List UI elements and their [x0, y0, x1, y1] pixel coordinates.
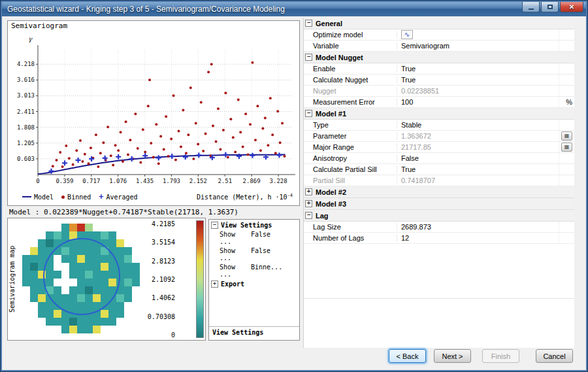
- property-value[interactable]: True: [397, 165, 559, 173]
- property-row-variable[interactable]: VariableSemivariogram: [304, 41, 574, 52]
- svg-text:1.205: 1.205: [17, 140, 35, 146]
- property-row-extra: [559, 120, 574, 130]
- property-row-calculate-partial-sill[interactable]: Calculate Partial SillTrue: [304, 164, 574, 175]
- heatmap-cell: [46, 231, 54, 239]
- expand-icon[interactable]: +: [211, 280, 218, 288]
- property-value[interactable]: True: [397, 76, 559, 84]
- setting-value[interactable]: False: [248, 231, 297, 245]
- expand-icon[interactable]: +: [305, 188, 312, 195]
- optimize-model-icon[interactable]: ∿: [401, 30, 413, 39]
- heatmap-cell: [116, 302, 124, 310]
- heatmap-cell: [77, 224, 85, 231]
- property-grid-divider: [304, 298, 574, 299]
- tree-group-export[interactable]: +Export: [209, 279, 299, 288]
- setting-value[interactable]: Binne...: [248, 263, 297, 278]
- close-button[interactable]: ✕: [560, 2, 583, 12]
- heatmap-cell: [38, 231, 46, 239]
- heatmap-cell: [54, 231, 61, 239]
- collapse-icon[interactable]: −: [305, 20, 312, 27]
- collapse-icon[interactable]: −: [305, 212, 312, 219]
- heatmap-cell: [101, 231, 108, 239]
- property-row-calculate-nugget[interactable]: Calculate NuggetTrue: [304, 75, 574, 86]
- collapse-icon[interactable]: −: [305, 110, 312, 117]
- titlebar[interactable]: Geostatistical wizard - Kriging step 3 o…: [2, 2, 586, 16]
- legend-binned-icon: [61, 195, 65, 199]
- property-value[interactable]: 1.363672: [397, 132, 559, 140]
- section-model-nugget[interactable]: −Model Nugget: [304, 52, 574, 63]
- property-row-extra: [559, 29, 574, 40]
- property-value[interactable]: ∿: [397, 30, 559, 39]
- property-row-number-of-lags[interactable]: Number of Lags12: [304, 233, 574, 244]
- section-general[interactable]: −General: [304, 18, 574, 29]
- property-row-nugget[interactable]: Nugget0.02238851: [304, 86, 574, 97]
- view-settings-tab[interactable]: View Settings: [209, 326, 299, 336]
- svg-text:3.616: 3.616: [17, 76, 35, 83]
- collapse-icon[interactable]: −: [305, 54, 312, 61]
- property-value[interactable]: 0.02238851: [397, 87, 559, 95]
- property-row-measurement-error[interactable]: Measurement Error100%: [304, 97, 574, 108]
- tree-group-view-settings[interactable]: −View Settings: [209, 220, 299, 229]
- property-value[interactable]: Stable: [397, 121, 559, 129]
- property-row-extra[interactable]: ▦: [559, 142, 574, 152]
- section-title: General: [316, 20, 342, 27]
- chart-legend: ModelBinned+Averaged: [22, 194, 138, 201]
- maximize-button[interactable]: [541, 2, 559, 12]
- heatmap-cell: [93, 318, 101, 326]
- property-value[interactable]: 2689.873: [397, 223, 559, 231]
- heatmap-cell: [38, 326, 46, 333]
- property-row-type[interactable]: TypeStable: [304, 120, 574, 131]
- heatmap-cell: [22, 231, 30, 239]
- view-settings-panel: −View SettingsShow ...FalseShow ...False…: [208, 219, 300, 341]
- property-value[interactable]: 12: [397, 234, 559, 242]
- heatmap-cell: [22, 239, 30, 247]
- cancel-button[interactable]: Cancel: [536, 349, 573, 363]
- minimize-icon: [529, 8, 534, 10]
- collapse-icon[interactable]: −: [211, 222, 218, 229]
- expand-icon[interactable]: +: [305, 200, 312, 207]
- heatmap-cell: [22, 224, 30, 231]
- property-row-optimize-model[interactable]: Optimize model∿: [304, 29, 574, 41]
- property-row-lag-size[interactable]: Lag Size2689.873: [304, 222, 574, 233]
- tree-setting-row[interactable]: Show ...False: [209, 246, 299, 262]
- property-value[interactable]: Semivariogram: [397, 42, 559, 50]
- property-value[interactable]: 100: [397, 98, 559, 106]
- section-model-3[interactable]: +Model #3: [304, 198, 574, 210]
- property-grid: −GeneralOptimize model∿VariableSemivario…: [303, 18, 574, 348]
- property-value[interactable]: True: [397, 65, 559, 73]
- tree-setting-row[interactable]: Show ...False: [209, 229, 299, 246]
- svg-text:0.717: 0.717: [82, 178, 100, 184]
- section-model-2[interactable]: +Model #2: [304, 186, 574, 198]
- browse-button[interactable]: ▦: [561, 143, 572, 152]
- wizard-buttons: < BackNext >FinishCancel: [389, 349, 573, 363]
- property-row-major-range[interactable]: Major Range21717.85▦: [304, 142, 574, 153]
- property-value[interactable]: False: [397, 154, 559, 162]
- minimize-button[interactable]: [522, 2, 540, 12]
- setting-value[interactable]: False: [248, 247, 297, 262]
- heatmap-cell: [30, 294, 38, 302]
- next-button[interactable]: Next >: [434, 349, 471, 363]
- heatmap-cell: [101, 326, 108, 333]
- heatmap-cell: [124, 294, 132, 302]
- property-row-extra[interactable]: ▦: [559, 131, 574, 141]
- heatmap-cell: [108, 231, 116, 239]
- heatmap-cell: [116, 294, 124, 302]
- tree-setting-row[interactable]: Show ...Binne...: [209, 262, 299, 279]
- property-value[interactable]: 21717.85: [397, 143, 559, 151]
- property-row-enable[interactable]: EnableTrue: [304, 63, 574, 75]
- property-value[interactable]: 0.7418707: [397, 177, 559, 184]
- heatmap-cell: [124, 326, 132, 333]
- property-row-partial-sill[interactable]: Partial Sill0.7418707: [304, 175, 574, 186]
- heatmap-cell: [22, 247, 30, 255]
- property-row-anisotropy[interactable]: AnisotropyFalse: [304, 153, 574, 164]
- heatmap-cell: [22, 271, 30, 279]
- window-title: Geostatistical wizard - Kriging step 3 o…: [7, 5, 285, 14]
- heatmap-cell: [108, 310, 116, 318]
- heatmap-cell: [22, 310, 30, 318]
- semivariogram-chart[interactable]: 0.6031.2051.8082.4113.0133.6164.21800.35…: [8, 31, 298, 192]
- back-button[interactable]: < Back: [389, 349, 426, 363]
- section-lag[interactable]: −Lag: [304, 210, 574, 222]
- browse-button[interactable]: ▦: [561, 131, 572, 141]
- section-model-1[interactable]: −Model #1: [304, 108, 574, 120]
- heatmap-cell: [116, 239, 124, 247]
- property-row-parameter[interactable]: Parameter1.363672▦: [304, 131, 574, 142]
